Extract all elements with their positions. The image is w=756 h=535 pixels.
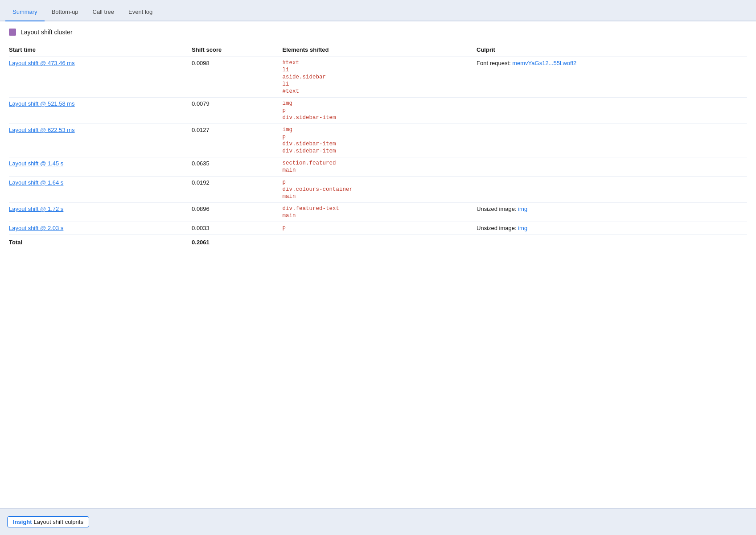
shift-score-6: 0.0033 — [192, 222, 282, 235]
element-item-1-0: img — [282, 100, 471, 107]
element-item-2-2: div.sidebar-item — [282, 141, 471, 147]
shift-score-3: 0.0635 — [192, 157, 282, 177]
layout-shift-link-1[interactable]: Layout shift @ 521.58 ms — [9, 100, 75, 107]
shift-score-1: 0.0079 — [192, 98, 282, 124]
culprit-prefix-5: Unsized image: — [477, 206, 518, 212]
element-item-6-0: p — [282, 225, 471, 231]
shift-score-0: 0.0098 — [192, 57, 282, 98]
element-item-0-3: li — [282, 81, 471, 87]
insight-badge-label: Insight — [13, 519, 32, 525]
shift-score-4: 0.0192 — [192, 177, 282, 203]
col-header-culprit: Culprit — [477, 43, 747, 57]
element-item-5-1: main — [282, 213, 471, 219]
element-item-3-0: section.featured — [282, 160, 471, 166]
layout-shift-link-5[interactable]: Layout shift @ 1.72 s — [9, 206, 63, 212]
element-item-5-0: div.featured-text — [282, 206, 471, 212]
shift-score-2: 0.0127 — [192, 124, 282, 157]
tab-bottom-up[interactable]: Bottom-up — [45, 3, 86, 21]
table-row: Layout shift @ 1.72 s0.0896div.featured-… — [9, 203, 747, 222]
culprit-prefix-0: Font request: — [477, 60, 512, 66]
col-header-start-time: Start time — [9, 43, 192, 57]
col-header-shift-score: Shift score — [192, 43, 282, 57]
total-score: 0.2061 — [192, 235, 282, 249]
culprit-cell-1 — [477, 98, 747, 124]
col-header-elements: Elements shifted — [282, 43, 477, 57]
culprit-link-6[interactable]: img — [518, 225, 527, 231]
layout-shifts-table: Start time Shift score Elements shifted … — [9, 43, 747, 248]
table-row: Layout shift @ 1.45 s0.0635section.featu… — [9, 157, 747, 177]
table-row: Layout shift @ 521.58 ms0.0079imgpdiv.si… — [9, 98, 747, 124]
element-item-4-2: main — [282, 193, 471, 200]
table-row: Layout shift @ 2.03 s0.0033pUnsized imag… — [9, 222, 747, 235]
element-item-0-0: #text — [282, 60, 471, 66]
main-content: Layout shift cluster Start time Shift sc… — [0, 21, 756, 508]
shift-score-5: 0.0896 — [192, 203, 282, 222]
culprit-cell-6: Unsized image: img — [477, 222, 747, 235]
element-item-2-3: div.sidebar-item — [282, 148, 471, 154]
tab-call-tree[interactable]: Call tree — [86, 3, 121, 21]
cluster-header: Layout shift cluster — [9, 29, 747, 36]
layout-shift-link-6[interactable]: Layout shift @ 2.03 s — [9, 225, 63, 231]
total-label: Total — [9, 235, 192, 249]
culprit-cell-5: Unsized image: img — [477, 203, 747, 222]
element-item-0-4: #text — [282, 88, 471, 95]
cluster-label: Layout shift cluster — [21, 29, 73, 36]
culprit-cell-4 — [477, 177, 747, 203]
culprit-cell-2 — [477, 124, 747, 157]
total-row: Total0.2061 — [9, 235, 747, 249]
element-item-0-2: aside.sidebar — [282, 74, 471, 80]
culprit-cell-0: Font request: memvYaGs12...55l.woff2 — [477, 57, 747, 98]
culprit-cell-3 — [477, 157, 747, 177]
element-item-4-1: div.colours-container — [282, 186, 471, 193]
table-row: Layout shift @ 1.64 s0.0192pdiv.colours-… — [9, 177, 747, 203]
layout-shift-link-4[interactable]: Layout shift @ 1.64 s — [9, 179, 63, 186]
cluster-icon — [9, 29, 16, 36]
table-row: Layout shift @ 622.53 ms0.0127imgpdiv.si… — [9, 124, 747, 157]
culprit-prefix-6: Unsized image: — [477, 225, 518, 231]
element-item-0-1: li — [282, 67, 471, 73]
insight-bar: Insight Layout shift culprits — [0, 508, 756, 535]
layout-shift-link-2[interactable]: Layout shift @ 622.53 ms — [9, 127, 75, 133]
element-item-4-0: p — [282, 179, 471, 185]
element-item-2-0: img — [282, 127, 471, 133]
layout-shift-link-0[interactable]: Layout shift @ 473.46 ms — [9, 60, 75, 66]
tabs-bar: Summary Bottom-up Call tree Event log — [0, 0, 756, 21]
element-item-2-1: p — [282, 134, 471, 140]
element-item-1-2: div.sidebar-item — [282, 115, 471, 121]
culprit-link-0[interactable]: memvYaGs12...55l.woff2 — [512, 60, 576, 66]
table-row: Layout shift @ 473.46 ms0.0098#textliasi… — [9, 57, 747, 98]
layout-shift-link-3[interactable]: Layout shift @ 1.45 s — [9, 160, 63, 167]
culprit-link-5[interactable]: img — [518, 206, 527, 212]
element-item-3-1: main — [282, 167, 471, 173]
insight-badge[interactable]: Insight Layout shift culprits — [7, 516, 89, 527]
tab-event-log[interactable]: Event log — [121, 3, 160, 21]
element-item-1-1: p — [282, 107, 471, 114]
tab-summary[interactable]: Summary — [5, 3, 45, 21]
insight-badge-text: Layout shift culprits — [34, 519, 83, 525]
